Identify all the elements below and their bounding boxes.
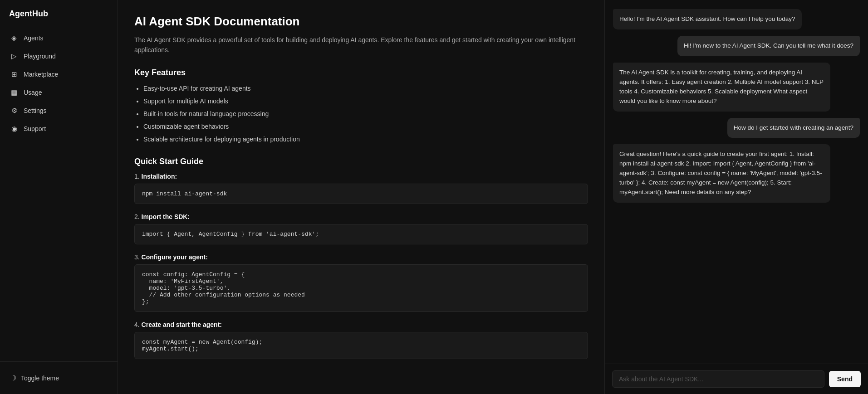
chat-message-user: How do I get started with creating an ag… xyxy=(727,118,860,138)
sidebar-item-settings[interactable]: ⚙Settings xyxy=(5,102,113,119)
agents-icon: ◈ xyxy=(10,34,18,42)
step-label: 1. Installation: xyxy=(134,173,588,180)
sidebar-item-label-marketplace: Marketplace xyxy=(24,71,58,78)
step-label: 2. Import the SDK: xyxy=(134,213,588,220)
sidebar-item-label-agents: Agents xyxy=(24,34,44,42)
support-icon: ◉ xyxy=(10,125,18,133)
feature-item: Customizable agent behaviors xyxy=(143,122,588,131)
quickstart-step-4: 4. Create and start the agent:const myAg… xyxy=(134,321,588,359)
sidebar-item-marketplace[interactable]: ⊞Marketplace xyxy=(5,66,113,83)
quickstart-section: Quick Start Guide 1. Installation:npm in… xyxy=(134,157,588,359)
sidebar-item-playground[interactable]: ▷Playground xyxy=(5,48,113,65)
quickstart-step-1: 1. Installation:npm install ai-agent-sdk xyxy=(134,173,588,204)
sidebar-item-support[interactable]: ◉Support xyxy=(5,120,113,137)
doc-intro: The AI Agent SDK provides a powerful set… xyxy=(134,35,588,55)
feature-item: Scalable architecture for deploying agen… xyxy=(143,135,588,144)
chat-input[interactable] xyxy=(612,370,824,388)
main-content: AI Agent SDK Documentation The AI Agent … xyxy=(118,0,868,394)
chat-panel: Hello! I'm the AI Agent SDK assistant. H… xyxy=(605,0,868,394)
sidebar: AgentHub ◈Agents▷Playground⊞Marketplace▦… xyxy=(0,0,118,394)
chat-message-bot: The AI Agent SDK is a toolkit for creati… xyxy=(613,63,830,112)
chat-message-bot: Hello! I'm the AI Agent SDK assistant. H… xyxy=(613,9,802,29)
quickstart-step-2: 2. Import the SDK:import { Agent, AgentC… xyxy=(134,213,588,244)
feature-item: Support for multiple AI models xyxy=(143,97,588,106)
settings-icon: ⚙ xyxy=(10,107,18,115)
sidebar-item-agents[interactable]: ◈Agents xyxy=(5,29,113,47)
doc-title: AI Agent SDK Documentation xyxy=(134,15,588,29)
sidebar-item-label-settings: Settings xyxy=(24,107,47,114)
feature-item: Built-in tools for natural language proc… xyxy=(143,109,588,119)
code-block: import { Agent, AgentConfig } from 'ai-a… xyxy=(134,224,588,244)
toggle-theme-button[interactable]: ☽ Toggle theme xyxy=(5,369,113,387)
step-label: 3. Configure your agent: xyxy=(134,253,588,261)
chat-message-user: Hi! I'm new to the AI Agent SDK. Can you… xyxy=(677,36,860,56)
feature-item: Easy-to-use API for creating AI agents xyxy=(143,84,588,93)
chat-input-area: Send xyxy=(605,364,868,394)
sidebar-bottom: ☽ Toggle theme xyxy=(0,361,118,394)
features-list: Easy-to-use API for creating AI agentsSu… xyxy=(134,84,588,144)
doc-panel: AI Agent SDK Documentation The AI Agent … xyxy=(118,0,605,394)
sidebar-item-label-playground: Playground xyxy=(24,53,56,60)
moon-icon: ☽ xyxy=(10,374,16,382)
step-label: 4. Create and start the agent: xyxy=(134,321,588,328)
code-block: npm install ai-agent-sdk xyxy=(134,184,588,204)
app-logo: AgentHub xyxy=(0,0,118,29)
chat-messages: Hello! I'm the AI Agent SDK assistant. H… xyxy=(605,0,868,364)
send-button[interactable]: Send xyxy=(829,371,861,387)
key-features-heading: Key Features xyxy=(134,68,588,78)
sidebar-item-label-support: Support xyxy=(24,125,46,132)
sidebar-nav: ◈Agents▷Playground⊞Marketplace▦Usage⚙Set… xyxy=(0,29,118,361)
quickstart-heading: Quick Start Guide xyxy=(134,157,588,166)
marketplace-icon: ⊞ xyxy=(10,70,18,78)
code-block: const config: AgentConfig = { name: 'MyF… xyxy=(134,264,588,312)
code-block: const myAgent = new Agent(config); myAge… xyxy=(134,332,588,359)
usage-icon: ▦ xyxy=(10,88,18,97)
playground-icon: ▷ xyxy=(10,52,18,60)
chat-message-bot: Great question! Here's a quick guide to … xyxy=(613,144,830,203)
quickstart-step-3: 3. Configure your agent:const config: Ag… xyxy=(134,253,588,312)
sidebar-item-label-usage: Usage xyxy=(24,89,42,96)
sidebar-item-usage[interactable]: ▦Usage xyxy=(5,84,113,101)
toggle-theme-label: Toggle theme xyxy=(21,375,59,382)
